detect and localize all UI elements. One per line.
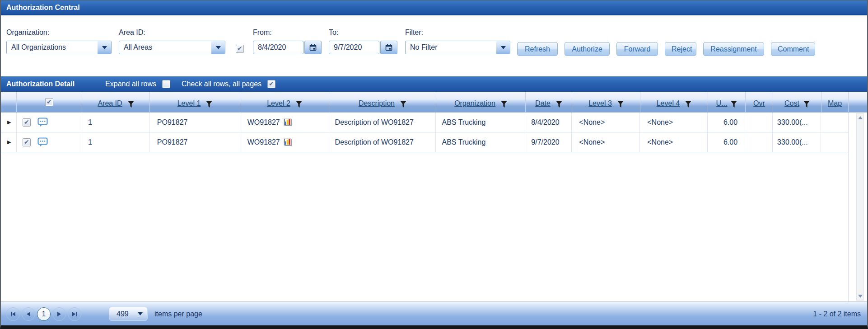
column-header-units[interactable]: U... xyxy=(716,99,728,108)
comment-button[interactable]: Comment xyxy=(771,42,815,56)
calendar-icon[interactable] xyxy=(380,41,397,54)
items-summary: 1 - 2 of 2 items xyxy=(813,310,861,318)
level-2-value: WO91827 xyxy=(247,118,280,127)
reject-button[interactable]: Reject xyxy=(665,42,696,56)
organization-dropdown[interactable]: All Organizations xyxy=(6,41,112,54)
row-expand-icon[interactable]: ▶ xyxy=(7,119,11,125)
scroll-down-icon[interactable] xyxy=(857,292,863,300)
refresh-button[interactable]: Refresh xyxy=(517,42,558,56)
to-label: To: xyxy=(329,28,397,37)
cell-date: 8/4/2020 xyxy=(525,113,572,132)
check-all-rows-checkbox[interactable] xyxy=(267,80,275,88)
from-date-input[interactable] xyxy=(253,41,303,54)
comment-bubble-icon[interactable] xyxy=(37,137,48,147)
column-header-area-id[interactable]: Area ID xyxy=(98,99,122,108)
cell-date: 9/7/2020 xyxy=(525,132,572,152)
column-header-map[interactable]: Map xyxy=(828,99,842,108)
column-header-level-2[interactable]: Level 2 xyxy=(267,99,290,108)
column-header-level-4[interactable]: Level 4 xyxy=(657,99,680,108)
cell-description: Description of WO91827 xyxy=(329,132,436,152)
authorization-central-window: Authorization Central Organization: All … xyxy=(0,0,868,329)
cell-level-4: <None> xyxy=(640,132,708,152)
row-checkbox[interactable] xyxy=(23,138,31,146)
row-checkbox[interactable] xyxy=(23,118,31,127)
filter-funnel-icon[interactable] xyxy=(617,101,624,108)
expander-header-cell xyxy=(1,92,17,112)
organization-value: All Organizations xyxy=(7,43,98,52)
detail-title: Authorization Detail xyxy=(6,80,75,88)
filter-funnel-icon[interactable] xyxy=(556,101,562,108)
column-header-level-1[interactable]: Level 1 xyxy=(177,99,201,108)
comment-bubble-icon[interactable] xyxy=(37,118,48,127)
table-row: ▶ 1 PO91827 WO91827 xyxy=(1,132,848,152)
filter-value: No Filter xyxy=(406,43,496,52)
cell-cost: 330.00(... xyxy=(773,113,821,132)
cell-description: Description of WO91827 xyxy=(329,113,436,132)
filter-funnel-icon[interactable] xyxy=(501,101,507,108)
filter-funnel-icon[interactable] xyxy=(685,101,691,108)
filter-dropdown[interactable]: No Filter xyxy=(405,41,510,54)
chevron-down-icon[interactable] xyxy=(211,41,225,54)
vertical-scrollbar[interactable] xyxy=(856,113,864,301)
column-header-level-3[interactable]: Level 3 xyxy=(588,99,612,108)
date-range-checkbox[interactable] xyxy=(236,45,244,53)
cell-level-3: <None> xyxy=(572,113,640,132)
expand-all-rows-label: Expand all rows xyxy=(105,80,156,88)
current-page-button[interactable]: 1 xyxy=(37,307,51,321)
chevron-down-icon[interactable] xyxy=(98,41,111,54)
area-id-dropdown[interactable]: All Areas xyxy=(119,41,225,54)
last-page-button[interactable] xyxy=(68,307,81,321)
column-header-date[interactable]: Date xyxy=(535,99,551,108)
cell-ovr xyxy=(745,132,773,152)
items-per-page-label: items per page xyxy=(154,310,202,318)
row-expand-icon[interactable]: ▶ xyxy=(7,139,11,145)
next-page-button[interactable] xyxy=(52,307,66,321)
select-all-checkbox[interactable] xyxy=(45,98,53,106)
column-header-description[interactable]: Description xyxy=(359,99,395,108)
detail-header-bar: Authorization Detail Expand all rows Che… xyxy=(1,76,867,92)
cell-map xyxy=(821,113,848,132)
cell-level-2: WO91827 xyxy=(240,132,329,152)
page-title: Authorization Central xyxy=(6,4,80,12)
cell-units: 6.00 xyxy=(708,113,745,132)
check-all-rows-label: Check all rows, all pages xyxy=(182,80,261,88)
expand-all-rows-checkbox[interactable] xyxy=(162,80,170,88)
page-size-dropdown[interactable]: 499 xyxy=(109,307,148,321)
scroll-up-icon[interactable] xyxy=(857,114,863,122)
reassignment-button[interactable]: Reassignment xyxy=(703,42,764,56)
cell-cost: 330.00(... xyxy=(773,132,821,152)
bar-chart-icon[interactable] xyxy=(284,138,292,146)
forward-button[interactable]: Forward xyxy=(616,42,658,56)
filter-funnel-icon[interactable] xyxy=(803,101,810,108)
prev-page-button[interactable] xyxy=(22,307,35,321)
grid-header-row: Area ID Level 1 Level 2 Description Orga… xyxy=(1,92,867,113)
from-label: From: xyxy=(253,28,322,37)
table-row: ▶ 1 PO91827 WO91827 xyxy=(1,113,848,132)
to-date-input[interactable] xyxy=(329,41,379,54)
bar-chart-icon[interactable] xyxy=(284,118,292,126)
cell-map xyxy=(821,132,848,152)
cell-area-id: 1 xyxy=(82,132,150,152)
page-size-value: 499 xyxy=(117,310,129,318)
cell-level-1: PO91827 xyxy=(150,132,240,152)
column-header-ovr[interactable]: Ovr xyxy=(753,99,765,108)
column-header-cost[interactable]: Cost xyxy=(784,99,799,108)
first-page-button[interactable] xyxy=(6,307,20,321)
cell-organization: ABS Trucking xyxy=(436,113,525,132)
cell-organization: ABS Trucking xyxy=(436,132,525,152)
chevron-down-icon[interactable] xyxy=(496,41,510,54)
filter-funnel-icon[interactable] xyxy=(206,101,212,108)
pager-bar: 1 499 items per page 1 - 2 of 2 items xyxy=(1,301,867,326)
authorize-button[interactable]: Authorize xyxy=(565,42,610,56)
cell-level-4: <None> xyxy=(640,113,708,132)
level-2-value: WO91827 xyxy=(247,138,280,146)
filter-funnel-icon[interactable] xyxy=(400,101,406,108)
cell-ovr xyxy=(745,113,773,132)
filter-funnel-icon[interactable] xyxy=(128,101,134,108)
column-header-organization[interactable]: Organization xyxy=(454,99,495,108)
filter-funnel-icon[interactable] xyxy=(731,101,737,108)
filter-funnel-icon[interactable] xyxy=(296,101,302,108)
cell-level-2: WO91827 xyxy=(240,113,329,132)
calendar-icon[interactable] xyxy=(304,41,322,54)
cell-level-1: PO91827 xyxy=(150,113,240,132)
